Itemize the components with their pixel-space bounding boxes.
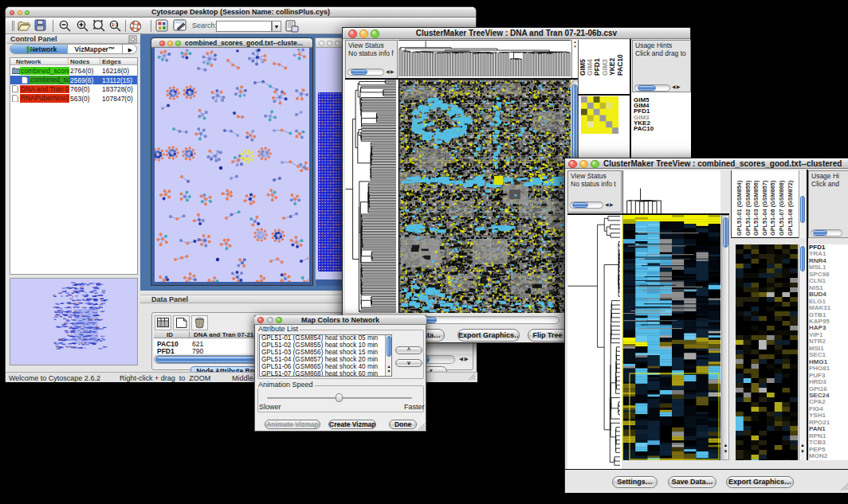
svg-text:GPL51-07 (GSM868): GPL51-07 (GSM868) [778,180,785,236]
svg-text:Search:: Search: [192,21,217,29]
svg-text:PAC10: PAC10 [616,54,624,76]
svg-text:GPL51-06 (GSM865): GPL51-06 (GSM865) [769,180,776,236]
svg-text:GPL51-03 (GSM856): GPL51-03 (GSM856) [752,180,760,236]
svg-text:GPL51-04 (GSM857): GPL51-04 (GSM857) [761,180,768,236]
svg-text:GPL51-02 (GSM855): GPL51-02 (GSM855) [744,180,752,236]
svg-text:GPL51-01 (GSM854): GPL51-01 (GSM854) [736,180,743,236]
svg-text:GPL51-08 (GSM872): GPL51-08 (GSM872) [787,180,794,236]
svg-text:1:1: 1:1 [112,22,118,27]
